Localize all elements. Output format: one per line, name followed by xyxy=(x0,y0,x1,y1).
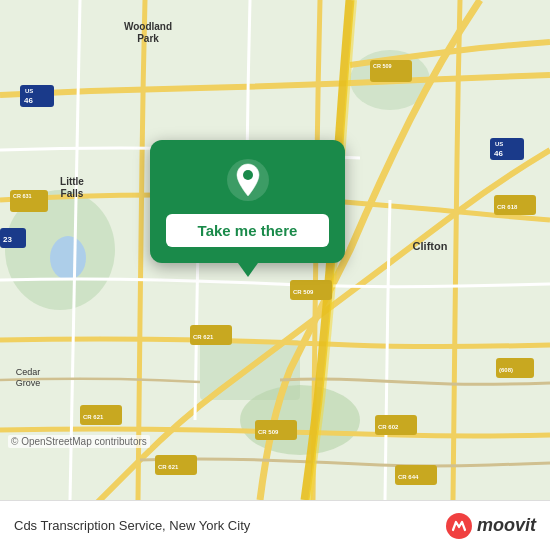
svg-text:CR 602: CR 602 xyxy=(378,424,399,430)
location-pin-icon xyxy=(226,158,270,202)
svg-text:US: US xyxy=(25,88,33,94)
copyright-text: © OpenStreetMap contributors xyxy=(8,435,150,448)
svg-text:CR 509: CR 509 xyxy=(293,289,314,295)
popup-card: Take me there xyxy=(150,140,345,263)
bottom-bar: Cds Transcription Service, New York City… xyxy=(0,500,550,550)
svg-text:CR 621: CR 621 xyxy=(83,414,104,420)
svg-text:CR 621: CR 621 xyxy=(158,464,179,470)
svg-text:Little: Little xyxy=(60,176,84,187)
svg-text:CR 621: CR 621 xyxy=(193,334,214,340)
svg-text:CR 509: CR 509 xyxy=(373,63,392,69)
take-me-there-button[interactable]: Take me there xyxy=(166,214,329,247)
svg-text:Clifton: Clifton xyxy=(413,240,448,252)
svg-text:CR 644: CR 644 xyxy=(398,474,419,480)
map-container: US 46 CR 631 CR 509 CR 509 CR 509 US 46 … xyxy=(0,0,550,500)
svg-text:Grove: Grove xyxy=(16,378,41,388)
svg-point-5 xyxy=(50,236,86,280)
moovit-logo: moovit xyxy=(445,512,536,540)
svg-point-44 xyxy=(243,170,253,180)
svg-text:46: 46 xyxy=(494,149,503,158)
svg-text:Falls: Falls xyxy=(61,188,84,199)
svg-text:23: 23 xyxy=(3,235,12,244)
svg-text:Woodland: Woodland xyxy=(124,21,172,32)
moovit-text: moovit xyxy=(477,515,536,536)
moovit-logo-icon xyxy=(445,512,473,540)
svg-text:CR 618: CR 618 xyxy=(497,204,518,210)
svg-text:46: 46 xyxy=(24,96,33,105)
svg-text:Cedar: Cedar xyxy=(16,367,41,377)
svg-text:CR 631: CR 631 xyxy=(13,193,32,199)
svg-text:US: US xyxy=(495,141,503,147)
svg-text:Park: Park xyxy=(137,33,159,44)
svg-text:CR 509: CR 509 xyxy=(258,429,279,435)
location-label: Cds Transcription Service, New York City xyxy=(14,518,250,533)
svg-text:(608): (608) xyxy=(499,367,513,373)
